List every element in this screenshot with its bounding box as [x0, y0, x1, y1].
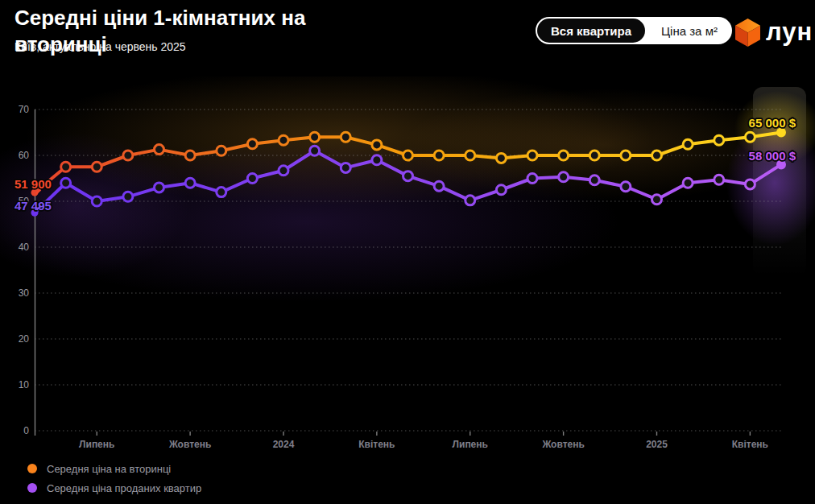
legend-dot-purple-icon [27, 483, 37, 493]
toggle-price-per-m2-button[interactable]: Ціна за м² [647, 17, 732, 44]
legend-item-sold-price[interactable]: Середня ціна проданих квартир [27, 478, 201, 498]
toggle-whole-apartment-button[interactable]: Вся квартира [537, 19, 645, 43]
svg-text:51 900: 51 900 [14, 177, 52, 191]
svg-text:65 000 $: 65 000 $ [749, 116, 796, 130]
svg-text:30: 30 [19, 287, 30, 299]
svg-text:58 000 $: 58 000 $ [749, 149, 796, 163]
svg-text:Квітень: Квітень [358, 439, 395, 450]
legend-label: Середня ціна на вторинці [47, 463, 171, 475]
chart-ambient-glow [0, 76, 805, 302]
svg-text:10: 10 [19, 379, 30, 390]
chart-legend: Середня ціна на вторинці Середня ціна пр… [27, 459, 201, 498]
app-window: Київ, актуально на червень 2025 Середні … [0, 0, 815, 504]
svg-text:0: 0 [23, 425, 29, 436]
svg-text:Квітень: Квітень [732, 439, 768, 450]
svg-text:2024: 2024 [273, 439, 295, 450]
legend-item-secondary-price[interactable]: Середня ціна на вторинці [27, 459, 201, 478]
svg-text:2025: 2025 [646, 439, 668, 450]
lun-logo: лун [735, 18, 813, 51]
lun-cube-icon [735, 18, 760, 51]
svg-text:40: 40 [19, 242, 30, 253]
svg-text:70: 70 [19, 104, 30, 115]
page-title: Середні ціни 1-кімнатних на вторинці [14, 5, 385, 58]
svg-text:47 495: 47 495 [14, 199, 52, 213]
svg-text:20: 20 [19, 333, 30, 345]
svg-text:Липень: Липень [79, 439, 114, 450]
svg-text:Липень: Липень [453, 439, 488, 450]
lun-logo-text: лун [766, 18, 813, 47]
price-mode-toggle: Вся квартира Ціна за м² [536, 17, 732, 44]
price-line-chart: 010203040506070ЛипеньЖовтень2024КвітеньЛ… [0, 76, 815, 459]
svg-text:Жовтень: Жовтень [168, 439, 211, 450]
svg-text:Жовтень: Жовтень [541, 439, 584, 450]
legend-dot-orange-icon [27, 464, 37, 473]
svg-text:60: 60 [19, 150, 30, 161]
legend-label: Середня ціна проданих квартир [47, 482, 201, 494]
